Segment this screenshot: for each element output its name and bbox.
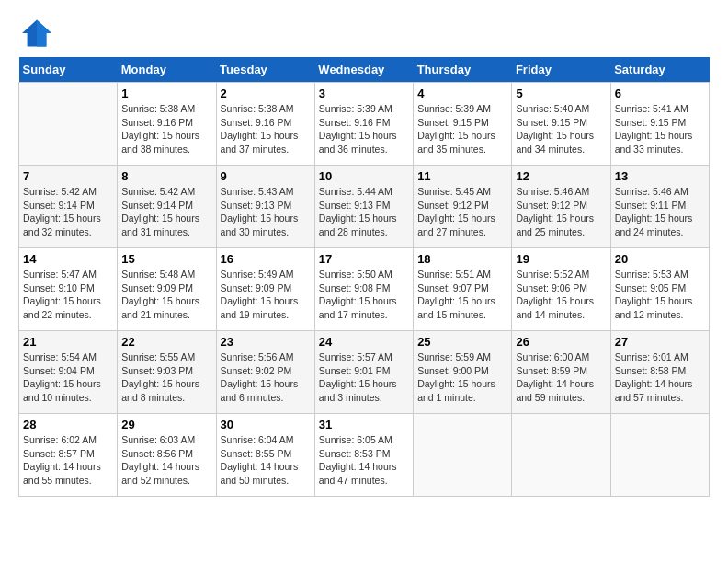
weekday-header-monday: Monday [118,57,216,83]
day-info: Sunrise: 5:47 AMSunset: 9:10 PMDaylight:… [23,268,113,322]
day-number: 28 [23,418,113,431]
day-info: Sunrise: 5:45 AMSunset: 9:12 PMDaylight:… [417,185,507,239]
calendar-cell: 22Sunrise: 5:55 AMSunset: 9:03 PMDayligh… [118,331,216,414]
calendar-cell: 18Sunrise: 5:51 AMSunset: 9:07 PMDayligh… [414,248,512,331]
day-info: Sunrise: 5:42 AMSunset: 9:14 PMDaylight:… [23,185,113,239]
calendar-cell: 31Sunrise: 6:05 AMSunset: 8:53 PMDayligh… [314,414,413,497]
day-info: Sunrise: 5:38 AMSunset: 9:16 PMDaylight:… [121,102,211,156]
calendar-table: SundayMondayTuesdayWednesdayThursdayFrid… [18,57,710,497]
day-number: 5 [516,86,606,100]
day-number: 16 [221,252,311,266]
calendar-cell: 13Sunrise: 5:46 AMSunset: 9:11 PMDayligh… [610,166,709,248]
day-info: Sunrise: 5:49 AMSunset: 9:09 PMDaylight:… [221,268,311,322]
svg-marker-1 [37,20,51,47]
week-row-1: 1Sunrise: 5:38 AMSunset: 9:16 PMDaylight… [19,83,710,166]
day-info: Sunrise: 5:39 AMSunset: 9:16 PMDaylight:… [319,102,409,156]
calendar-cell [610,414,709,497]
day-info: Sunrise: 6:03 AMSunset: 8:56 PMDaylight:… [121,433,211,488]
calendar-cell: 17Sunrise: 5:50 AMSunset: 9:08 PMDayligh… [314,248,413,331]
calendar-cell: 19Sunrise: 5:52 AMSunset: 9:06 PMDayligh… [512,248,610,331]
week-row-3: 14Sunrise: 5:47 AMSunset: 9:10 PMDayligh… [19,248,710,331]
weekday-header-friday: Friday [512,57,610,83]
day-number: 29 [121,418,211,431]
day-number: 1 [121,86,211,100]
calendar-cell [512,414,610,497]
weekday-header-tuesday: Tuesday [216,57,314,83]
day-info: Sunrise: 5:40 AMSunset: 9:15 PMDaylight:… [516,102,606,156]
calendar-cell [414,414,512,497]
calendar-cell: 28Sunrise: 6:02 AMSunset: 8:57 PMDayligh… [19,414,118,497]
calendar-cell [19,83,118,166]
day-number: 21 [23,335,113,349]
calendar-cell: 23Sunrise: 5:56 AMSunset: 9:02 PMDayligh… [216,331,314,414]
calendar-cell: 3Sunrise: 5:39 AMSunset: 9:16 PMDaylight… [314,83,413,166]
day-info: Sunrise: 6:01 AMSunset: 8:58 PMDaylight:… [615,350,705,405]
calendar-cell: 16Sunrise: 5:49 AMSunset: 9:09 PMDayligh… [216,248,314,331]
day-number: 22 [121,335,211,349]
day-info: Sunrise: 5:38 AMSunset: 9:16 PMDaylight:… [221,102,311,156]
calendar-cell: 6Sunrise: 5:41 AMSunset: 9:15 PMDaylight… [610,83,709,166]
day-info: Sunrise: 5:57 AMSunset: 9:01 PMDaylight:… [319,350,409,405]
day-info: Sunrise: 6:00 AMSunset: 8:59 PMDaylight:… [516,350,606,405]
week-row-5: 28Sunrise: 6:02 AMSunset: 8:57 PMDayligh… [19,414,710,497]
day-number: 4 [417,86,507,100]
day-number: 3 [319,86,409,100]
calendar-cell: 4Sunrise: 5:39 AMSunset: 9:15 PMDaylight… [414,83,512,166]
day-info: Sunrise: 6:02 AMSunset: 8:57 PMDaylight:… [23,433,113,488]
day-number: 12 [516,169,606,183]
calendar-cell: 26Sunrise: 6:00 AMSunset: 8:59 PMDayligh… [512,331,610,414]
calendar-cell: 25Sunrise: 5:59 AMSunset: 9:00 PMDayligh… [414,331,512,414]
week-row-2: 7Sunrise: 5:42 AMSunset: 9:14 PMDaylight… [19,166,710,248]
day-info: Sunrise: 6:05 AMSunset: 8:53 PMDaylight:… [319,433,409,488]
day-number: 8 [121,169,211,183]
calendar-cell: 7Sunrise: 5:42 AMSunset: 9:14 PMDaylight… [19,166,118,248]
day-number: 18 [417,252,507,266]
day-info: Sunrise: 5:46 AMSunset: 9:11 PMDaylight:… [615,185,705,239]
day-number: 7 [23,169,113,183]
day-info: Sunrise: 5:41 AMSunset: 9:15 PMDaylight:… [615,102,705,156]
calendar-cell: 10Sunrise: 5:44 AMSunset: 9:13 PMDayligh… [314,166,413,248]
day-number: 15 [121,252,211,266]
day-info: Sunrise: 5:43 AMSunset: 9:13 PMDaylight:… [221,185,311,239]
day-number: 13 [615,169,705,183]
calendar-cell: 21Sunrise: 5:54 AMSunset: 9:04 PMDayligh… [19,331,118,414]
day-number: 25 [417,335,507,349]
calendar-cell: 30Sunrise: 6:04 AMSunset: 8:55 PMDayligh… [216,414,314,497]
day-info: Sunrise: 5:53 AMSunset: 9:05 PMDaylight:… [615,268,705,322]
weekday-header-saturday: Saturday [610,57,709,83]
day-info: Sunrise: 6:04 AMSunset: 8:55 PMDaylight:… [221,433,311,488]
calendar-cell: 8Sunrise: 5:42 AMSunset: 9:14 PMDaylight… [118,166,216,248]
week-row-4: 21Sunrise: 5:54 AMSunset: 9:04 PMDayligh… [19,331,710,414]
day-info: Sunrise: 5:54 AMSunset: 9:04 PMDaylight:… [23,350,113,405]
calendar-cell: 1Sunrise: 5:38 AMSunset: 9:16 PMDaylight… [118,83,216,166]
day-info: Sunrise: 5:44 AMSunset: 9:13 PMDaylight:… [319,185,409,239]
day-info: Sunrise: 5:42 AMSunset: 9:14 PMDaylight:… [121,185,211,239]
day-info: Sunrise: 5:55 AMSunset: 9:03 PMDaylight:… [121,350,211,405]
day-number: 11 [417,169,507,183]
day-info: Sunrise: 5:46 AMSunset: 9:12 PMDaylight:… [516,185,606,239]
day-number: 20 [615,252,705,266]
day-number: 23 [221,335,311,349]
calendar-cell: 20Sunrise: 5:53 AMSunset: 9:05 PMDayligh… [610,248,709,331]
day-number: 27 [615,335,705,349]
calendar-cell: 24Sunrise: 5:57 AMSunset: 9:01 PMDayligh… [314,331,413,414]
calendar-cell: 2Sunrise: 5:38 AMSunset: 9:16 PMDaylight… [216,83,314,166]
day-number: 6 [615,86,705,100]
calendar-cell: 14Sunrise: 5:47 AMSunset: 9:10 PMDayligh… [19,248,118,331]
day-info: Sunrise: 5:50 AMSunset: 9:08 PMDaylight:… [319,268,409,322]
calendar-cell: 15Sunrise: 5:48 AMSunset: 9:09 PMDayligh… [118,248,216,331]
day-number: 14 [23,252,113,266]
calendar-cell: 12Sunrise: 5:46 AMSunset: 9:12 PMDayligh… [512,166,610,248]
calendar-cell: 29Sunrise: 6:03 AMSunset: 8:56 PMDayligh… [118,414,216,497]
day-number: 9 [221,169,311,183]
day-number: 26 [516,335,606,349]
weekday-header-sunday: Sunday [19,57,118,83]
weekday-header-thursday: Thursday [414,57,512,83]
day-info: Sunrise: 5:59 AMSunset: 9:00 PMDaylight:… [417,350,507,405]
calendar-cell: 9Sunrise: 5:43 AMSunset: 9:13 PMDaylight… [216,166,314,248]
day-number: 2 [221,86,311,100]
day-info: Sunrise: 5:39 AMSunset: 9:15 PMDaylight:… [417,102,507,156]
day-info: Sunrise: 5:51 AMSunset: 9:07 PMDaylight:… [417,268,507,322]
weekday-header-wednesday: Wednesday [314,57,413,83]
day-number: 10 [319,169,409,183]
